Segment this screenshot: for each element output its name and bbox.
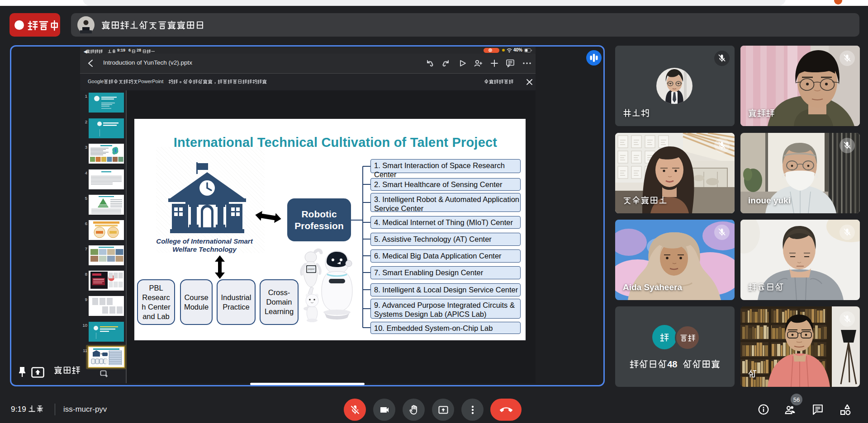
svg-text:Aida Syaheera: Aida Syaheera <box>623 282 682 292</box>
svg-text:48: 48 <box>667 359 677 369</box>
svg-text:inoue yuki: inoue yuki <box>748 196 791 205</box>
svg-text:pepper: pepper <box>308 268 315 270</box>
